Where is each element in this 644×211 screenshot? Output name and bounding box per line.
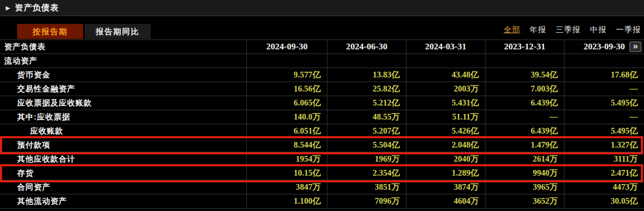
cell-value: 13.83亿 bbox=[327, 68, 406, 82]
cell-value bbox=[406, 54, 485, 68]
cell-value bbox=[564, 54, 644, 68]
row-label: 应收账款 bbox=[0, 126, 63, 136]
column-header: 2024-06-30 bbox=[327, 40, 406, 54]
tab-period-yoy[interactable]: 报告期同比 bbox=[85, 24, 151, 39]
more-columns-button[interactable]: » bbox=[629, 42, 641, 52]
cell-value: 2003万 bbox=[406, 82, 485, 96]
cell-value: 6.439亿 bbox=[485, 96, 564, 110]
table-row: 应收账款6.051亿5.207亿5.426亿6.439亿5.495亿 bbox=[0, 124, 644, 138]
report-tabs: 按报告期报告期同比 bbox=[17, 24, 151, 39]
filter-link[interactable]: 年报 bbox=[530, 25, 546, 35]
table-row: 货币资金9.577亿13.83亿43.48亿39.54亿17.68亿 bbox=[0, 68, 644, 82]
tab-by-period[interactable]: 按报告期 bbox=[17, 24, 83, 39]
cell-value: 6.065亿 bbox=[247, 96, 327, 110]
filter-link[interactable]: 一季报 bbox=[616, 25, 641, 35]
cell-value: 7096万 bbox=[327, 194, 406, 208]
row-label: 货币资金 bbox=[0, 70, 50, 80]
cell-value: — bbox=[564, 82, 644, 96]
balance-sheet-table: 资产负债表 2024-09-302024-06-302024-03-312023… bbox=[0, 39, 644, 208]
cell-value: 39.54亿 bbox=[485, 68, 564, 82]
filter-link[interactable]: 中报 bbox=[590, 25, 607, 35]
table-row: 其中:应收票据140.0万48.55万51.11万—— bbox=[0, 110, 644, 124]
cell-value: 1.100亿 bbox=[247, 194, 327, 208]
filter-link[interactable]: 三季报 bbox=[556, 25, 581, 35]
cell-value: 4604万 bbox=[406, 194, 485, 208]
cell-value: 25.82亿 bbox=[327, 82, 406, 96]
section-header[interactable]: ▶ 资产负债表 bbox=[0, 0, 644, 16]
page-title: 资产负债表 bbox=[15, 3, 59, 14]
cell-value: — bbox=[564, 110, 644, 124]
column-header: 2024-09-30 bbox=[247, 40, 327, 54]
cell-value: 30.05亿 bbox=[564, 194, 644, 208]
cell-value: 5.431亿 bbox=[406, 96, 485, 110]
row-label: 流动资产 bbox=[0, 56, 37, 66]
row-label: 其他流动资产 bbox=[0, 196, 67, 206]
column-header: 2024-03-31 bbox=[406, 40, 485, 54]
row-label: 其中:应收票据 bbox=[0, 112, 70, 122]
cell-value: 43.48亿 bbox=[406, 68, 485, 82]
cell-value bbox=[327, 54, 406, 68]
cell-value: 16.56亿 bbox=[247, 82, 327, 96]
cell-value: 48.55万 bbox=[327, 110, 406, 124]
cell-value: 9.577亿 bbox=[247, 68, 327, 82]
row-label: 交易性金融资产 bbox=[0, 84, 75, 94]
table-row: 其他流动资产1.100亿7096万4604万3652万30.05亿 bbox=[0, 194, 644, 208]
cell-value: 3652万 bbox=[485, 194, 564, 208]
cell-value: 7.003亿 bbox=[485, 82, 564, 96]
cell-value: 17.68亿 bbox=[564, 68, 644, 82]
table-row: 交易性金融资产16.56亿25.82亿2003万7.003亿— bbox=[0, 82, 644, 96]
table-bottom-border bbox=[0, 208, 644, 209]
period-filters: 全部年报三季报中报一季报 bbox=[504, 25, 641, 35]
table-header-row: 资产负债表 2024-09-302024-06-302024-03-312023… bbox=[0, 39, 644, 54]
highlight-box bbox=[0, 164, 643, 182]
cell-value: — bbox=[485, 110, 564, 124]
table-row: 应收票据及应收账款6.065亿5.212亿5.431亿6.439亿5.495亿 bbox=[0, 96, 644, 110]
collapse-arrow-icon: ▶ bbox=[6, 5, 10, 11]
cell-value: 51.11万 bbox=[406, 110, 485, 124]
cell-value: 5.495亿 bbox=[564, 96, 644, 110]
highlight-box bbox=[0, 136, 643, 154]
cell-value bbox=[247, 54, 327, 68]
row-label: 合同资产 bbox=[0, 182, 50, 192]
table-row: 流动资产 bbox=[0, 54, 644, 68]
filter-link[interactable]: 全部 bbox=[504, 25, 520, 35]
column-header: 2023-12-31 bbox=[485, 40, 564, 54]
row-label: 其他应收款合计 bbox=[0, 154, 75, 164]
cell-value: 140.0万 bbox=[247, 110, 327, 124]
cell-value: 5.212亿 bbox=[327, 96, 406, 110]
row-label: 应收票据及应收账款 bbox=[0, 98, 92, 108]
cell-value bbox=[485, 54, 564, 68]
table-title: 资产负债表 bbox=[0, 42, 46, 52]
